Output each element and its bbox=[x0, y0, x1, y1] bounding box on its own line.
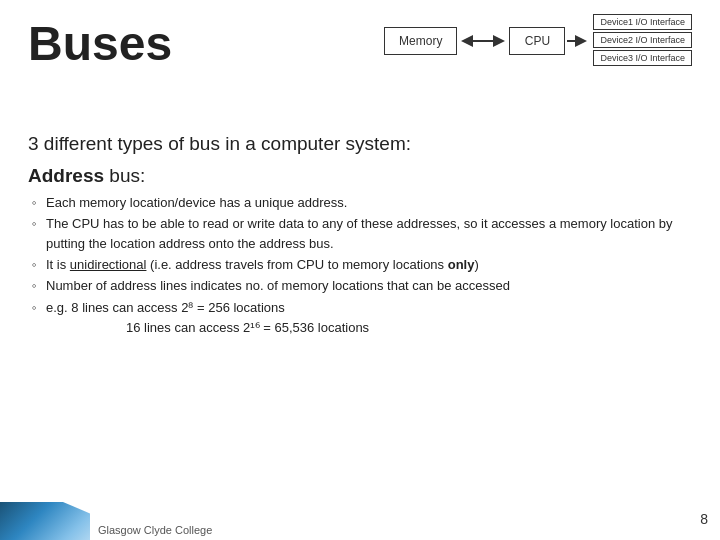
footer: Glasgow Clyde College 8 bbox=[0, 502, 720, 540]
list-item: e.g. 8 lines can access 2⁸ = 256 locatio… bbox=[28, 298, 692, 338]
device1-box: Device1 I/O Interface bbox=[593, 14, 692, 30]
devices-column: Device1 I/O Interface Device2 I/O Interf… bbox=[593, 14, 692, 68]
bullet-list: Each memory location/device has a unique… bbox=[28, 193, 692, 338]
memory-box: Memory bbox=[384, 27, 457, 55]
subtitle: 3 different types of bus in a computer s… bbox=[28, 133, 692, 155]
address-bus-heading: Address bus: bbox=[28, 165, 692, 187]
list-item: Each memory location/device has a unique… bbox=[28, 193, 692, 213]
cpu-box: CPU bbox=[509, 27, 565, 55]
device2-box: Device2 I/O Interface bbox=[593, 32, 692, 48]
address-heading-rest: bus: bbox=[104, 165, 145, 186]
device3-box: Device3 I/O Interface bbox=[593, 50, 692, 66]
footer-decoration bbox=[0, 502, 90, 540]
college-name: Glasgow Clyde College bbox=[90, 524, 212, 540]
list-item: It is unidirectional (i.e. address trave… bbox=[28, 255, 692, 275]
page-number: 8 bbox=[700, 511, 720, 531]
arrow-memory-cpu bbox=[461, 33, 505, 49]
list-item: Number of address lines indicates no. of… bbox=[28, 276, 692, 296]
list-item: The CPU has to be able to read or write … bbox=[28, 214, 692, 254]
slide: Buses Memory CPU bbox=[0, 0, 720, 540]
footer-left: Glasgow Clyde College bbox=[0, 502, 212, 540]
arrow-cpu-devices bbox=[567, 33, 587, 49]
bus-diagram: Memory CPU bbox=[384, 14, 692, 68]
address-heading-bold: Address bbox=[28, 165, 104, 186]
